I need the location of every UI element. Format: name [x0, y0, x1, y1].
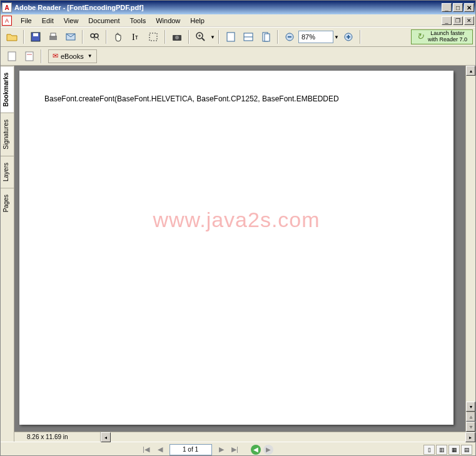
mdi-minimize-button[interactable]: _ — [442, 16, 452, 25]
svg-rect-28 — [8, 52, 16, 61]
first-page-button[interactable]: |◀ — [140, 444, 153, 455]
promo-line2: with Reader 7.0 — [428, 37, 467, 43]
scroll-track[interactable] — [466, 76, 475, 402]
ebooks-label: eBooks — [61, 53, 84, 60]
next-page-button[interactable]: ▶ — [215, 444, 228, 455]
page-dimensions: 8.26 x 11.69 in — [14, 432, 101, 442]
mdi-restore-button[interactable]: ❐ — [453, 16, 463, 25]
page-icon-2[interactable] — [22, 49, 37, 64]
svg-text:т: т — [135, 34, 138, 41]
page-text-line: BaseFont.createFont(BaseFont.HELVETICA, … — [44, 94, 428, 103]
watermark: www.java2s.com — [153, 207, 320, 231]
maximize-button[interactable]: □ — [453, 3, 463, 12]
fit-page-button[interactable] — [223, 29, 238, 44]
actual-size-button[interactable] — [258, 29, 273, 44]
ebooks-button[interactable]: ✉ eBooks ▼ — [48, 49, 97, 63]
continuous-facing-button[interactable]: ▤ — [461, 445, 472, 455]
nav-back-button[interactable]: ◀ — [251, 445, 261, 455]
svg-line-17 — [202, 38, 205, 41]
zoom-in-button[interactable] — [193, 29, 208, 44]
document-scroll[interactable]: BaseFont.createFont(BaseFont.HELVETICA, … — [14, 66, 465, 432]
horizontal-scrollbar[interactable]: ◂ ▸ — [101, 432, 475, 442]
page-down-button[interactable]: ▿ — [466, 422, 475, 432]
doc-title: [FontEncodingPDF.pdf] — [67, 4, 143, 11]
sidebar-tab-signatures[interactable]: Signatures — [1, 113, 14, 156]
svg-rect-18 — [227, 33, 235, 41]
continuous-button[interactable]: ▥ — [436, 445, 447, 455]
promo-icon: ↻ — [417, 32, 424, 41]
menu-tools[interactable]: Tools — [125, 16, 151, 26]
hand-tool-button[interactable] — [111, 29, 126, 44]
toolbar-main: Iт ▼ ▼ ↻ Launch faster with Reader 7.0 — [1, 27, 475, 47]
svg-point-13 — [175, 36, 179, 39]
page-nav-group: |◀ ◀ ▶ ▶| ◀ ▶ — [139, 444, 275, 455]
pdf-page: BaseFont.createFont(BaseFont.HELVETICA, … — [19, 71, 453, 425]
document-viewport: BaseFont.createFont(BaseFont.HELVETICA, … — [14, 66, 475, 432]
facing-button[interactable]: ▦ — [448, 445, 460, 455]
menubar: A File Edit View Document Tools Window H… — [1, 14, 475, 27]
email-button[interactable] — [63, 29, 78, 44]
statusbar: |◀ ◀ ▶ ▶| ◀ ▶ ▯ ▥ ▦ ▤ — [1, 442, 475, 456]
menu-document[interactable]: Document — [83, 16, 124, 26]
zoom-dropdown[interactable]: ▼ — [333, 34, 340, 40]
open-button[interactable] — [4, 29, 19, 44]
select-button[interactable] — [146, 29, 161, 44]
toolbar-secondary: ✉ eBooks ▼ — [1, 47, 475, 66]
svg-point-6 — [94, 34, 98, 38]
ebooks-icon: ✉ — [53, 52, 58, 60]
scroll-right-button[interactable]: ▸ — [465, 432, 475, 442]
svg-rect-11 — [149, 33, 157, 41]
promo-banner[interactable]: ↻ Launch faster with Reader 7.0 — [411, 29, 473, 44]
menu-file[interactable]: File — [16, 16, 37, 26]
zoom-out-button[interactable] — [282, 29, 297, 44]
sidebar: Bookmarks Signatures Layers Pages — [1, 66, 14, 442]
last-page-button[interactable]: ▶| — [229, 444, 241, 455]
app-icon: A — [2, 3, 12, 13]
chevron-down-icon: ▼ — [88, 53, 93, 59]
save-button[interactable] — [28, 29, 43, 44]
svg-rect-1 — [33, 33, 38, 36]
scroll-down-button[interactable]: ▾ — [466, 402, 475, 412]
fit-width-button[interactable] — [241, 29, 256, 44]
menu-view[interactable]: View — [59, 16, 84, 26]
page-icon-1[interactable] — [4, 49, 19, 64]
sidebar-tab-layers[interactable]: Layers — [1, 156, 14, 188]
page-number-input[interactable] — [170, 444, 212, 455]
horizontal-scrollbar-row: 8.26 x 11.69 in ◂ ▸ — [14, 432, 475, 442]
titlebar: A Adobe Reader - [FontEncodingPDF.pdf] _… — [1, 1, 475, 14]
single-page-button[interactable]: ▯ — [423, 445, 435, 455]
page-layout-group: ▯ ▥ ▦ ▤ — [423, 445, 473, 455]
zoom-in-dropdown[interactable]: ▼ — [210, 34, 216, 40]
prev-page-button[interactable]: ◀ — [154, 444, 166, 455]
app-title: Adobe Reader — [14, 4, 61, 11]
close-button[interactable]: ✕ — [464, 3, 474, 12]
svg-point-5 — [91, 34, 94, 38]
pdf-icon: A — [2, 16, 12, 26]
print-button[interactable] — [46, 29, 61, 44]
page-up-button[interactable]: ▵ — [466, 412, 475, 422]
hscroll-track[interactable] — [111, 432, 465, 442]
text-select-button[interactable]: Iт — [128, 29, 143, 44]
menu-window[interactable]: Window — [151, 16, 185, 26]
svg-line-7 — [94, 38, 95, 40]
content-area: Bookmarks Signatures Layers Pages BaseFo… — [1, 66, 475, 442]
svg-rect-3 — [51, 33, 56, 36]
vertical-scrollbar[interactable]: ▴ ▾ ▵ ▿ — [465, 66, 475, 432]
zoom-plus-button[interactable] — [341, 29, 356, 44]
sidebar-tab-bookmarks[interactable]: Bookmarks — [1, 66, 14, 113]
zoom-input[interactable] — [298, 31, 333, 43]
nav-forward-button[interactable]: ▶ — [263, 445, 273, 455]
snapshot-button[interactable] — [170, 29, 185, 44]
minimize-button[interactable]: _ — [442, 3, 452, 12]
svg-rect-22 — [265, 34, 270, 41]
svg-line-8 — [98, 38, 99, 40]
svg-rect-29 — [26, 52, 33, 61]
menu-help[interactable]: Help — [185, 16, 210, 26]
scroll-up-button[interactable]: ▴ — [466, 66, 475, 76]
search-button[interactable] — [87, 29, 102, 44]
sidebar-tab-pages[interactable]: Pages — [1, 188, 14, 218]
scroll-left-button[interactable]: ◂ — [101, 432, 111, 442]
menu-edit[interactable]: Edit — [37, 16, 59, 26]
mdi-close-button[interactable]: ✕ — [464, 16, 474, 25]
